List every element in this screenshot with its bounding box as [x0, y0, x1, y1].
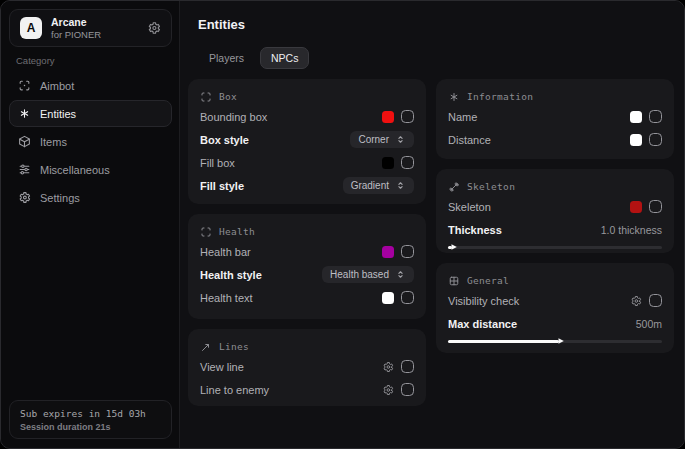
health-style-dropdown[interactable]: Health based — [322, 266, 414, 283]
sidebar-item-settings[interactable]: Settings — [9, 184, 172, 211]
sidebar-nav: Aimbot Entities Items Miscellaneous Sett… — [9, 72, 172, 211]
sliders-icon — [18, 163, 31, 176]
checkbox[interactable] — [649, 133, 662, 146]
left-column: Box Bounding box Box style Corner — [188, 79, 426, 406]
page-title: Entities — [198, 17, 245, 32]
sidebar-item-label: Entities — [40, 108, 76, 120]
setting-label: Bounding box — [200, 111, 267, 123]
color-swatch[interactable] — [630, 201, 642, 213]
color-swatch[interactable] — [382, 157, 394, 169]
slider-value: 1.0 thickness — [601, 224, 662, 236]
setting-label: Health style — [200, 269, 262, 281]
dropdown-value: Health based — [330, 269, 389, 280]
color-swatch[interactable] — [382, 246, 394, 258]
checkbox[interactable] — [401, 245, 414, 258]
unfold-icon — [395, 269, 406, 280]
card-title: General — [467, 275, 509, 286]
session-duration-text: Session duration 21s — [20, 422, 161, 432]
slider-handle[interactable] — [556, 336, 566, 346]
starburst-icon — [448, 91, 460, 103]
tab-players[interactable]: Players — [198, 47, 255, 69]
checkbox[interactable] — [401, 360, 414, 373]
setting-label: View line — [200, 361, 244, 373]
box-style-dropdown[interactable]: Corner — [350, 131, 414, 148]
dropdown-value: Corner — [358, 134, 389, 145]
sidebar-item-label: Settings — [40, 192, 80, 204]
card-title: Box — [219, 91, 237, 102]
setting-label: Health bar — [200, 246, 251, 258]
setting-row: Distance — [448, 128, 662, 151]
crosshair-icon — [18, 79, 31, 92]
setting-row: Bounding box — [200, 105, 414, 128]
setting-label: Fill style — [200, 180, 244, 192]
checkbox[interactable] — [649, 294, 662, 307]
card-title: Information — [467, 91, 533, 102]
max-distance-slider[interactable] — [448, 336, 662, 346]
setting-row: Health bar — [200, 240, 414, 263]
settings-gear-icon[interactable] — [147, 21, 161, 35]
scan-icon — [200, 226, 212, 238]
setting-label: Health text — [200, 292, 253, 304]
color-swatch[interactable] — [382, 111, 394, 123]
setting-row: View line — [200, 355, 414, 378]
main-panel: Entities Players NPCs Box Bounding box — [181, 1, 684, 448]
setting-row: Box style Corner — [200, 128, 414, 151]
sidebar: A Arcane for PIONER Category Aimbot Enti… — [1, 1, 180, 448]
gear-icon[interactable] — [630, 295, 642, 307]
setting-row: Name — [448, 105, 662, 128]
logo-card: A Arcane for PIONER — [9, 9, 172, 47]
category-label: Category — [16, 55, 55, 66]
setting-row: Health text — [200, 286, 414, 309]
color-swatch[interactable] — [630, 111, 642, 123]
app-window: A Arcane for PIONER Category Aimbot Enti… — [0, 0, 685, 449]
package-icon — [18, 135, 31, 148]
entity-tabs: Players NPCs — [198, 47, 309, 69]
setting-label: Thickness — [448, 224, 502, 236]
slider-label-row: Max distance 500m — [448, 312, 662, 335]
app-name: Arcane — [51, 16, 138, 29]
health-card: Health Health bar Health style Health ba… — [188, 214, 426, 319]
sidebar-item-entities[interactable]: Entities — [9, 100, 172, 127]
gear-icon[interactable] — [382, 361, 394, 373]
app-subtitle: for PIONER — [51, 29, 138, 41]
card-title: Lines — [219, 341, 249, 352]
setting-row: Visibility check — [448, 289, 662, 312]
setting-row: Line to enemy — [200, 378, 414, 401]
sub-expires-text: Sub expires in 15d 03h — [20, 408, 161, 419]
checkbox[interactable] — [401, 156, 414, 169]
setting-row: Skeleton — [448, 195, 662, 218]
setting-row: Fill style Gradient — [200, 174, 414, 197]
checkbox[interactable] — [401, 291, 414, 304]
subscription-info-card: Sub expires in 15d 03h Session duration … — [9, 400, 172, 439]
checkbox[interactable] — [649, 110, 662, 123]
card-title: Skeleton — [467, 181, 515, 192]
sidebar-item-items[interactable]: Items — [9, 128, 172, 155]
setting-label: Name — [448, 111, 477, 123]
checkbox[interactable] — [401, 383, 414, 396]
thickness-slider[interactable] — [448, 242, 662, 252]
setting-row: Health style Health based — [200, 263, 414, 286]
sidebar-item-aimbot[interactable]: Aimbot — [9, 72, 172, 99]
sidebar-item-miscellaneous[interactable]: Miscellaneous — [9, 156, 172, 183]
unfold-icon — [395, 180, 406, 191]
tab-npcs[interactable]: NPCs — [260, 47, 309, 69]
sidebar-item-label: Aimbot — [40, 80, 74, 92]
setting-label: Max distance — [448, 318, 517, 330]
setting-label: Box style — [200, 134, 249, 146]
bone-icon — [448, 181, 460, 193]
entities-icon — [18, 107, 31, 120]
color-swatch[interactable] — [382, 292, 394, 304]
fill-style-dropdown[interactable]: Gradient — [343, 177, 414, 194]
setting-label: Visibility check — [448, 295, 519, 307]
color-swatch[interactable] — [630, 134, 642, 146]
slider-label-row: Thickness 1.0 thickness — [448, 218, 662, 241]
dropdown-value: Gradient — [351, 180, 389, 191]
checkbox[interactable] — [401, 110, 414, 123]
setting-label: Skeleton — [448, 201, 491, 213]
checkbox[interactable] — [649, 200, 662, 213]
sidebar-item-label: Items — [40, 136, 67, 148]
gear-icon — [18, 191, 31, 204]
slider-handle[interactable] — [449, 242, 459, 252]
setting-row: Fill box — [200, 151, 414, 174]
gear-icon[interactable] — [382, 384, 394, 396]
